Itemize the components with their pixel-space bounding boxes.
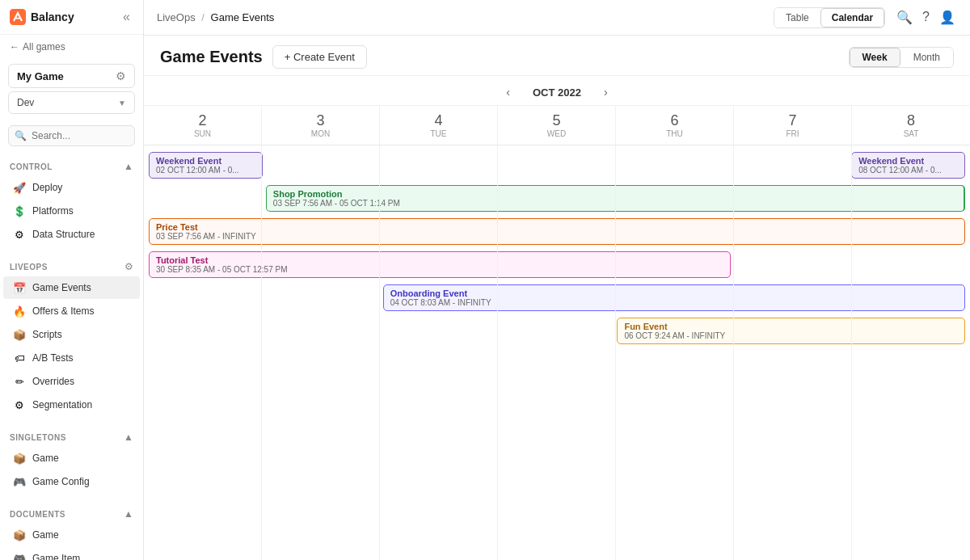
empty-row5-start bbox=[147, 283, 382, 313]
nav-item-game-item[interactable]: 🎮 Game Item bbox=[3, 547, 140, 560]
day-header-fri: 7 FRI bbox=[734, 106, 852, 145]
onboarding-time: 04 OCT 8:03 AM - INFINITY bbox=[390, 298, 958, 307]
nav-label-game-singleton: Game bbox=[32, 453, 59, 464]
weekend-event-2-title: Weekend Event bbox=[858, 156, 958, 166]
event-shop-promotion[interactable]: Shop Promotion 03 SEP 7:56 AM - 05 OCT 1… bbox=[266, 185, 965, 212]
nav-item-ab-tests[interactable]: 🏷 A/B Tests bbox=[3, 347, 140, 369]
nav-label-overrides: Overrides bbox=[32, 376, 74, 387]
event-weekend-1[interactable]: Weekend Event 02 OCT 12:00 AM - 0... bbox=[149, 152, 263, 179]
singletons-section-header: SINGLETONS ▲ bbox=[0, 423, 143, 446]
search-icon[interactable]: 🔍 bbox=[895, 8, 914, 27]
day-name-fri: FRI bbox=[737, 129, 848, 138]
nav-item-segmentation[interactable]: ⚙ Segmentation bbox=[3, 394, 140, 416]
nav-label-game-item: Game Item bbox=[32, 553, 80, 560]
event-fun[interactable]: Fun Event 06 OCT 9:24 AM - INFINITY bbox=[617, 318, 965, 344]
sidebar-collapse-button[interactable]: « bbox=[120, 8, 133, 26]
game-singleton-icon: 📦 bbox=[13, 452, 26, 465]
nav-item-game-doc[interactable]: 📦 Game bbox=[3, 524, 140, 546]
breadcrumb-current: Game Events bbox=[211, 11, 275, 23]
weekend-event-1-title: Weekend Event bbox=[156, 156, 255, 166]
control-section-toggle[interactable]: ▲ bbox=[124, 161, 133, 172]
event-onboarding[interactable]: Onboarding Event 04 OCT 8:03 AM - INFINI… bbox=[383, 284, 965, 311]
nav-label-game-doc: Game bbox=[32, 529, 59, 541]
calendar-view-button[interactable]: Calendar bbox=[820, 8, 884, 27]
singletons-section-toggle[interactable]: ▲ bbox=[124, 432, 133, 443]
liveops-section-settings[interactable]: ⚙ bbox=[124, 261, 133, 272]
tutorial-test-title: Tutorial Test bbox=[156, 255, 723, 265]
day-name-thu: THU bbox=[619, 129, 730, 138]
all-games-link[interactable]: ← All games bbox=[0, 35, 143, 59]
onboarding-title: Onboarding Event bbox=[390, 288, 958, 298]
empty-row6-start bbox=[147, 316, 615, 346]
sidebar: Balancy « ← All games My Game ⚙ Dev ▼ 🔍 … bbox=[0, 0, 144, 560]
deploy-icon: 🚀 bbox=[13, 181, 26, 194]
search-input[interactable] bbox=[8, 125, 135, 146]
day-num-4: 4 bbox=[383, 112, 494, 129]
day-headers: 2 SUN 3 MON 4 TUE 5 WED 6 THU 7 FRI bbox=[144, 106, 970, 145]
day-header-wed: 5 WED bbox=[498, 106, 616, 145]
nav-label-offers-items: Offers & Items bbox=[32, 305, 94, 317]
env-selector[interactable]: Dev ▼ bbox=[8, 91, 135, 114]
documents-section-toggle[interactable]: ▲ bbox=[124, 508, 133, 520]
empty-row2-col1 bbox=[147, 183, 264, 213]
game-name: My Game bbox=[17, 70, 64, 82]
nav-item-game-config[interactable]: 🎮 Game Config bbox=[3, 470, 140, 493]
day-name-mon: MON bbox=[265, 129, 376, 138]
week-button[interactable]: Week bbox=[850, 48, 900, 67]
top-bar-right: Table Calendar 🔍 ? 👤 bbox=[774, 7, 957, 28]
search-box: 🔍 bbox=[8, 125, 135, 146]
nav-label-scripts: Scripts bbox=[32, 329, 62, 340]
event-weekend-2[interactable]: Weekend Event 08 OCT 12:00 AM - 0... bbox=[851, 152, 965, 179]
ab-tests-icon: 🏷 bbox=[13, 352, 26, 364]
nav-item-data-structure[interactable]: ⚙ Data Structure bbox=[3, 223, 140, 246]
weekend-event-2-cell: Weekend Event 08 OCT 12:00 AM - 0... bbox=[850, 150, 967, 180]
calendar-period-label: OCT 2022 bbox=[525, 86, 589, 99]
next-period-button[interactable]: › bbox=[599, 84, 613, 100]
shop-promotion-cell: Shop Promotion 03 SEP 7:56 AM - 05 OCT 1… bbox=[264, 183, 967, 213]
control-nav-items: 🚀 Deploy 💲 Platforms ⚙ Data Structure bbox=[0, 175, 143, 246]
event-row-4: Tutorial Test 30 SEP 8:35 AM - 05 OCT 12… bbox=[147, 250, 967, 280]
day-num-5: 5 bbox=[501, 112, 612, 129]
price-test-cell: Price Test 03 SEP 7:56 AM - INFINITY bbox=[147, 217, 967, 246]
event-price-test[interactable]: Price Test 03 SEP 7:56 AM - INFINITY bbox=[149, 218, 965, 245]
day-header-sun: 2 SUN bbox=[144, 106, 262, 145]
data-structure-icon: ⚙ bbox=[13, 228, 26, 241]
balancy-logo-icon bbox=[10, 9, 26, 25]
nav-item-overrides[interactable]: ✏ Overrides bbox=[3, 370, 140, 393]
singletons-section-title: SINGLETONS bbox=[10, 433, 66, 442]
game-config-icon: 🎮 bbox=[13, 475, 26, 488]
weekend-event-1-time: 02 OCT 12:00 AM - 0... bbox=[156, 166, 255, 175]
nav-item-offers-items[interactable]: 🔥 Offers & Items bbox=[3, 300, 140, 322]
nav-item-platforms[interactable]: 💲 Platforms bbox=[3, 200, 140, 222]
breadcrumb-parent: LiveOps bbox=[157, 11, 196, 23]
breadcrumb-separator: / bbox=[201, 11, 207, 23]
table-view-button[interactable]: Table bbox=[774, 8, 820, 27]
day-name-tue: TUE bbox=[383, 129, 494, 138]
day-name-sun: SUN bbox=[147, 129, 258, 138]
documents-section-header: DOCUMENTS ▲ bbox=[0, 500, 143, 523]
calendar-body: Weekend Event 02 OCT 12:00 AM - 0... Wee… bbox=[144, 145, 970, 560]
segmentation-icon: ⚙ bbox=[13, 398, 26, 411]
nav-label-ab-tests: A/B Tests bbox=[32, 352, 73, 364]
nav-item-game-events[interactable]: 📅 Game Events bbox=[3, 276, 140, 299]
fun-event-cell: Fun Event 06 OCT 9:24 AM - INFINITY bbox=[615, 316, 967, 346]
breadcrumb: LiveOps / Game Events bbox=[157, 11, 274, 23]
game-settings-button[interactable]: ⚙ bbox=[116, 69, 126, 82]
nav-label-data-structure: Data Structure bbox=[32, 229, 95, 240]
events-layer: Weekend Event 02 OCT 12:00 AM - 0... Wee… bbox=[144, 145, 970, 354]
documents-section-title: DOCUMENTS bbox=[10, 510, 65, 519]
weekend-event-1-cell: Weekend Event 02 OCT 12:00 AM - 0... bbox=[147, 150, 264, 180]
create-event-button[interactable]: + Create Event bbox=[272, 45, 367, 69]
event-tutorial-test[interactable]: Tutorial Test 30 SEP 8:35 AM - 05 OCT 12… bbox=[149, 251, 731, 278]
nav-item-scripts[interactable]: 📦 Scripts bbox=[3, 323, 140, 346]
game-selector: My Game ⚙ Dev ▼ bbox=[8, 64, 135, 114]
nav-item-game-singleton[interactable]: 📦 Game bbox=[3, 447, 140, 469]
month-button[interactable]: Month bbox=[900, 48, 953, 67]
nav-item-deploy[interactable]: 🚀 Deploy bbox=[3, 176, 140, 199]
user-icon[interactable]: 👤 bbox=[938, 8, 957, 27]
help-icon[interactable]: ? bbox=[921, 8, 931, 27]
main-content: LiveOps / Game Events Table Calendar 🔍 ?… bbox=[144, 0, 970, 560]
top-icons: 🔍 ? 👤 bbox=[895, 8, 957, 27]
day-num-3: 3 bbox=[265, 112, 376, 129]
prev-period-button[interactable]: ‹ bbox=[501, 84, 515, 100]
